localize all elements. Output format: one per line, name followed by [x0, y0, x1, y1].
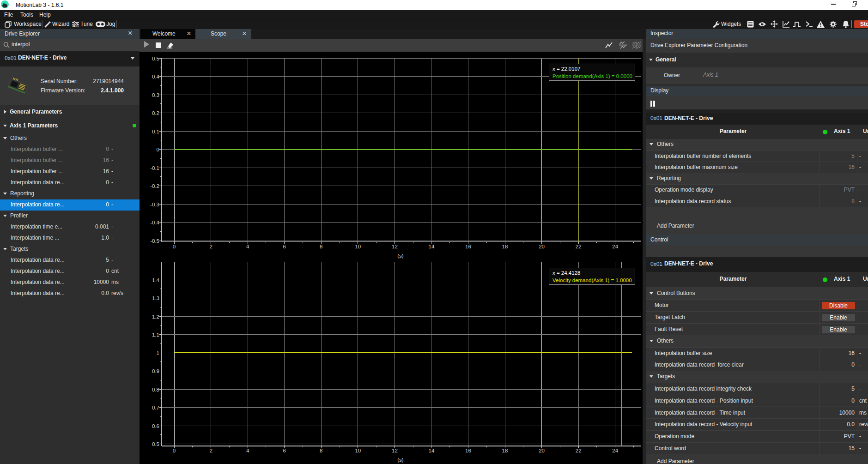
svg-text:10: 10 — [355, 448, 361, 453]
svg-text:1.1: 1.1 — [152, 332, 159, 337]
svg-text:22: 22 — [576, 244, 582, 249]
svg-text:22: 22 — [576, 448, 582, 453]
svg-text:14: 14 — [429, 244, 435, 249]
svg-text:0: 0 — [173, 448, 176, 453]
svg-text:1: 1 — [157, 350, 159, 356]
svg-text:-0.5: -0.5 — [150, 238, 159, 244]
svg-text:0.7: 0.7 — [152, 405, 159, 410]
svg-text:0.4: 0.4 — [152, 74, 160, 79]
svg-text:6: 6 — [283, 448, 285, 453]
svg-text:1.4: 1.4 — [152, 277, 160, 283]
svg-text:12: 12 — [392, 244, 398, 249]
svg-text:18: 18 — [502, 448, 508, 453]
svg-text:0.5: 0.5 — [152, 56, 159, 61]
svg-text:24: 24 — [612, 244, 618, 249]
svg-text:16: 16 — [465, 244, 471, 249]
svg-text:-0.3: -0.3 — [150, 202, 159, 207]
svg-text:0.1: 0.1 — [152, 129, 159, 134]
svg-text:10: 10 — [355, 244, 361, 249]
svg-text:24: 24 — [612, 448, 618, 453]
svg-text:0.5: 0.5 — [152, 441, 159, 447]
svg-text:0.2: 0.2 — [152, 110, 159, 116]
svg-text:0.9: 0.9 — [152, 368, 159, 374]
svg-text:x = 22.0107: x = 22.0107 — [552, 66, 580, 72]
svg-text:0.6: 0.6 — [152, 423, 159, 429]
svg-text:0.3: 0.3 — [152, 92, 159, 98]
svg-text:20: 20 — [539, 448, 545, 453]
svg-text:-0.1: -0.1 — [150, 165, 159, 171]
svg-text:18: 18 — [502, 244, 508, 249]
svg-text:0: 0 — [157, 147, 159, 152]
svg-text:x = 24.4128: x = 24.4128 — [552, 270, 580, 276]
svg-text:2: 2 — [209, 448, 212, 453]
svg-text:(s): (s) — [397, 457, 404, 463]
svg-text:0.8: 0.8 — [152, 387, 159, 392]
svg-text:8: 8 — [320, 448, 322, 453]
svg-text:0: 0 — [173, 244, 176, 249]
svg-text:4: 4 — [246, 448, 249, 453]
svg-text:12: 12 — [392, 448, 398, 453]
svg-text:Position demand(Axis 1) = 0.00: Position demand(Axis 1) = 0.0000 — [552, 73, 632, 79]
svg-text:8: 8 — [320, 244, 322, 249]
svg-text:14: 14 — [429, 448, 435, 453]
svg-text:-0.2: -0.2 — [150, 183, 159, 189]
svg-text:2: 2 — [209, 244, 212, 249]
svg-text:16: 16 — [465, 448, 471, 453]
svg-text:20: 20 — [539, 244, 545, 249]
svg-text:-0.4: -0.4 — [150, 220, 159, 225]
svg-text:1.2: 1.2 — [152, 314, 159, 319]
svg-text:(s): (s) — [397, 253, 404, 259]
svg-text:6: 6 — [283, 244, 285, 249]
svg-text:Velocity demand(Axis 1) = 1.00: Velocity demand(Axis 1) = 1.0000 — [552, 277, 632, 283]
svg-text:4: 4 — [246, 244, 249, 249]
svg-text:1.3: 1.3 — [152, 295, 159, 301]
